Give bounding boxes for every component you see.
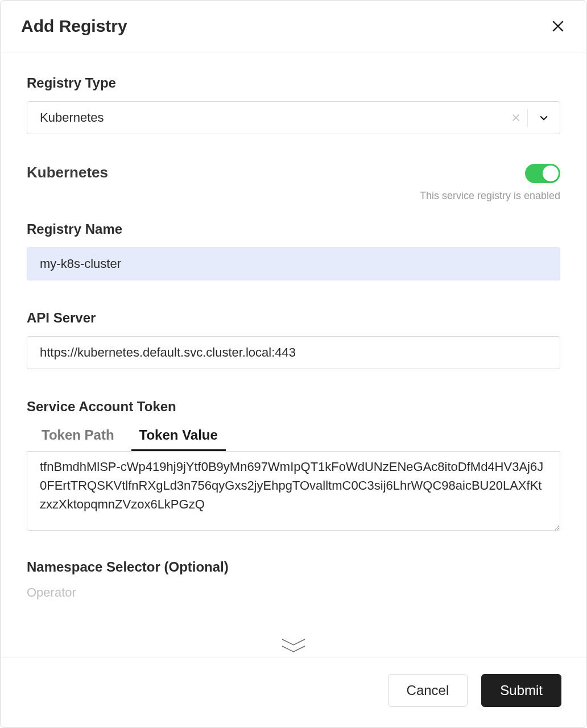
tab-token-value[interactable]: Token Value (139, 427, 218, 451)
registry-type-label: Registry Type (27, 75, 560, 91)
close-button[interactable] (550, 18, 566, 34)
token-tabs: Token Path Token Value (27, 427, 560, 451)
api-server-label: API Server (27, 310, 560, 326)
namespace-selector-label: Namespace Selector (Optional) (27, 559, 560, 575)
select-dropdown-button[interactable] (528, 112, 560, 123)
modal-footer: Cancel Submit (1, 657, 586, 727)
clear-select-button[interactable] (505, 113, 527, 123)
tab-token-path[interactable]: Token Path (42, 427, 114, 451)
registry-name-input[interactable] (27, 247, 560, 280)
x-icon (511, 113, 521, 123)
enable-hint: This service registry is enabled (420, 190, 560, 202)
double-chevron-down-icon (280, 638, 307, 654)
modal-body: Registry Type Kubernetes Kubernetes This… (1, 52, 586, 657)
expand-down-button[interactable] (280, 638, 307, 654)
registry-type-select[interactable]: Kubernetes (27, 101, 560, 134)
close-icon (551, 19, 565, 34)
kubernetes-section-header: Kubernetes This service registry is enab… (27, 164, 560, 202)
service-account-token-label: Service Account Token (27, 399, 560, 415)
submit-button[interactable]: Submit (481, 674, 561, 707)
modal-title: Add Registry (21, 16, 127, 36)
registry-type-value: Kubernetes (40, 110, 505, 125)
toggle-knob (543, 166, 559, 181)
kubernetes-section-title: Kubernetes (27, 164, 108, 181)
modal-header: Add Registry (1, 1, 586, 52)
chevron-down-icon (538, 112, 549, 123)
api-server-input[interactable] (27, 336, 560, 369)
registry-name-label: Registry Name (27, 221, 560, 237)
enable-toggle-wrap: This service registry is enabled (420, 164, 560, 202)
token-value-textarea[interactable] (27, 451, 560, 531)
enable-registry-toggle[interactable] (525, 164, 560, 183)
operator-placeholder: Operator (27, 585, 560, 600)
cancel-button[interactable]: Cancel (388, 674, 468, 707)
